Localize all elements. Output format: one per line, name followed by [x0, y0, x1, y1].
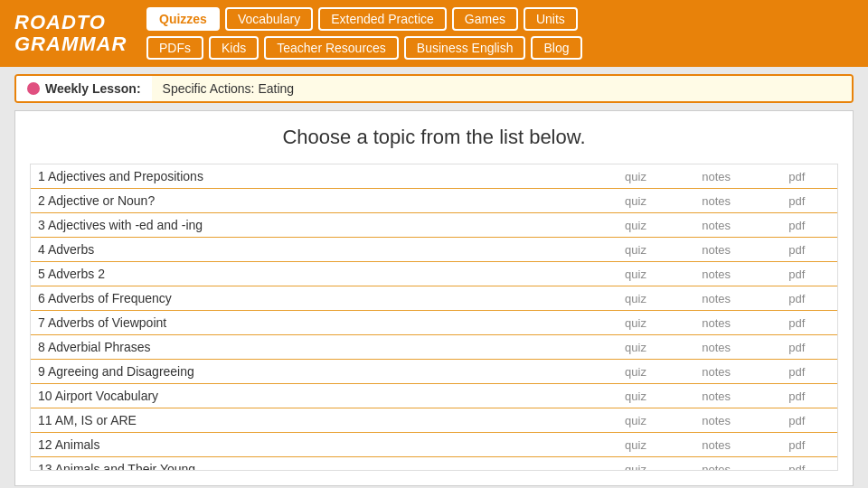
table-row[interactable]: 12 Animalsquiznotespdf [31, 433, 837, 457]
quiz-link[interactable]: quiz [595, 384, 675, 408]
topic-name: 4 Adverbs [31, 238, 595, 262]
pdf-link[interactable]: pdf [757, 164, 837, 189]
table-row[interactable]: 7 Adverbs of Viewpointquiznotespdf [31, 311, 837, 335]
pdf-link[interactable]: pdf [757, 384, 837, 408]
table-row[interactable]: 1 Adjectives and Prepositionsquiznotespd… [31, 164, 837, 189]
notes-link[interactable]: notes [676, 286, 757, 311]
topics-table-container[interactable]: 1 Adjectives and Prepositionsquiznotespd… [30, 164, 838, 471]
pdf-link[interactable]: pdf [757, 433, 837, 457]
pdf-link[interactable]: pdf [757, 408, 837, 433]
table-row[interactable]: 2 Adjective or Noun?quiznotespdf [31, 189, 837, 213]
notes-link[interactable]: notes [676, 262, 757, 286]
quiz-link[interactable]: quiz [595, 335, 675, 360]
topic-name: 9 Agreeing and Disagreeing [31, 360, 595, 384]
notes-link[interactable]: notes [676, 213, 757, 238]
table-row[interactable]: 5 Adverbs 2quiznotespdf [31, 262, 837, 286]
page-title: Choose a topic from the list below. [30, 126, 838, 149]
logo: RoadTo Grammar [14, 12, 132, 55]
topic-name: 13 Animals and Their Young [31, 457, 595, 472]
topic-name: 7 Adverbs of Viewpoint [31, 311, 595, 335]
notes-link[interactable]: notes [676, 433, 757, 457]
weekly-lesson-bar: Weekly Lesson: Specific Actions: Eating [14, 74, 854, 103]
logo-line1: RoadTo [14, 12, 132, 33]
pdf-link[interactable]: pdf [757, 335, 837, 360]
notes-link[interactable]: notes [676, 164, 757, 189]
quiz-link[interactable]: quiz [595, 360, 675, 384]
topic-name: 10 Airport Vocabulary [31, 384, 595, 408]
topic-name: 12 Animals [31, 433, 595, 457]
quiz-link[interactable]: quiz [595, 286, 675, 311]
table-row[interactable]: 4 Adverbsquiznotespdf [31, 238, 837, 262]
quiz-link[interactable]: quiz [595, 311, 675, 335]
weekly-lesson-label: Weekly Lesson: [16, 76, 152, 101]
topic-name: 1 Adjectives and Prepositions [31, 164, 595, 189]
quiz-link[interactable]: quiz [595, 457, 675, 472]
topics-table: 1 Adjectives and Prepositionsquiznotespd… [31, 164, 837, 471]
weekly-lesson-text: Specific Actions: Eating [152, 76, 852, 101]
nav-btn-pdfs[interactable]: PDFs [146, 36, 203, 60]
pdf-link[interactable]: pdf [757, 213, 837, 238]
pdf-link[interactable]: pdf [757, 189, 837, 213]
nav-btn-vocabulary[interactable]: Vocabulary [225, 7, 313, 31]
nav-btn-teacher-resources[interactable]: Teacher Resources [264, 36, 399, 60]
pdf-link[interactable]: pdf [757, 262, 837, 286]
nav-btn-kids[interactable]: Kids [209, 36, 259, 60]
notes-link[interactable]: notes [676, 311, 757, 335]
logo-line2: Grammar [14, 33, 132, 55]
quiz-link[interactable]: quiz [595, 189, 675, 213]
notes-link[interactable]: notes [676, 384, 757, 408]
pdf-link[interactable]: pdf [757, 238, 837, 262]
notes-link[interactable]: notes [676, 457, 757, 472]
pdf-link[interactable]: pdf [757, 286, 837, 311]
notes-link[interactable]: notes [676, 360, 757, 384]
nav-row2: PDFsKidsTeacher ResourcesBusiness Englis… [146, 36, 854, 60]
topic-name: 11 AM, IS or ARE [31, 408, 595, 433]
weekly-label-text: Weekly Lesson: [45, 81, 141, 96]
quiz-link[interactable]: quiz [595, 408, 675, 433]
nav-btn-extended-practice[interactable]: Extended Practice [318, 7, 447, 31]
quiz-link[interactable]: quiz [595, 433, 675, 457]
nav-row1: QuizzesVocabularyExtended PracticeGamesU… [146, 7, 854, 31]
notes-link[interactable]: notes [676, 238, 757, 262]
table-row[interactable]: 13 Animals and Their Youngquiznotespdf [31, 457, 837, 472]
pdf-link[interactable]: pdf [757, 457, 837, 472]
topic-name: 6 Adverbs of Frequency [31, 286, 595, 311]
topic-name: 5 Adverbs 2 [31, 262, 595, 286]
table-row[interactable]: 3 Adjectives with -ed and -ingquiznotesp… [31, 213, 837, 238]
table-row[interactable]: 6 Adverbs of Frequencyquiznotespdf [31, 286, 837, 311]
nav-btn-units[interactable]: Units [524, 7, 578, 31]
notes-link[interactable]: notes [676, 189, 757, 213]
quiz-link[interactable]: quiz [595, 164, 675, 189]
pdf-link[interactable]: pdf [757, 360, 837, 384]
navigation: QuizzesVocabularyExtended PracticeGamesU… [146, 7, 854, 60]
topic-name: 8 Adverbial Phrases [31, 335, 595, 360]
weekly-dot-icon [27, 82, 40, 95]
nav-btn-blog[interactable]: Blog [531, 36, 581, 60]
notes-link[interactable]: notes [676, 335, 757, 360]
pdf-link[interactable]: pdf [757, 311, 837, 335]
table-row[interactable]: 11 AM, IS or AREquiznotespdf [31, 408, 837, 433]
nav-btn-business-english[interactable]: Business English [404, 36, 526, 60]
header: RoadTo Grammar QuizzesVocabularyExtended… [0, 0, 868, 67]
nav-btn-quizzes[interactable]: Quizzes [146, 7, 220, 31]
nav-btn-games[interactable]: Games [452, 7, 518, 31]
quiz-link[interactable]: quiz [595, 238, 675, 262]
table-row[interactable]: 8 Adverbial Phrasesquiznotespdf [31, 335, 837, 360]
main-content: Choose a topic from the list below. 1 Ad… [14, 110, 854, 486]
topic-name: 3 Adjectives with -ed and -ing [31, 213, 595, 238]
topic-name: 2 Adjective or Noun? [31, 189, 595, 213]
quiz-link[interactable]: quiz [595, 262, 675, 286]
quiz-link[interactable]: quiz [595, 213, 675, 238]
table-row[interactable]: 10 Airport Vocabularyquiznotespdf [31, 384, 837, 408]
table-row[interactable]: 9 Agreeing and Disagreeingquiznotespdf [31, 360, 837, 384]
notes-link[interactable]: notes [676, 408, 757, 433]
